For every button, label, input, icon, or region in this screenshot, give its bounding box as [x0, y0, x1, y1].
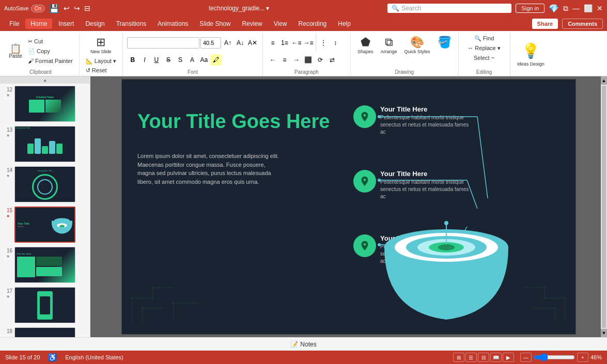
slide-thumb-13[interactable]: 13 ★ Infographic Title [0, 124, 90, 164]
slide-sorter-button[interactable]: ⊟ [478, 353, 489, 362]
undo-icon[interactable]: ↩ [64, 4, 70, 12]
shapes-button[interactable]: ⬟ Shapes [355, 34, 376, 56]
font-size-bigger[interactable]: Aa [198, 54, 210, 66]
slide-thumb-16[interactable]: 16 ★ Fun Fair Team [0, 245, 90, 285]
font-name-input[interactable] [127, 37, 199, 49]
menu-slideshow[interactable]: Slide Show [194, 19, 236, 29]
normal-view-button[interactable]: ⊞ [453, 353, 464, 362]
font-color-button[interactable]: A [186, 54, 198, 66]
menu-view[interactable]: View [269, 19, 292, 29]
font-size-input[interactable]: 40.5 [200, 37, 221, 49]
comments-button[interactable]: Comments [562, 19, 603, 29]
canvas-area[interactable]: ▲ ▼ [90, 76, 607, 337]
indent-decrease-button[interactable]: ←≡ [291, 37, 302, 49]
menu-transitions[interactable]: Transitions [111, 19, 151, 29]
numbered-list-button[interactable]: 1≡ [279, 37, 290, 49]
align-center-button[interactable]: ≡ [279, 54, 290, 66]
slideshow-button[interactable]: ▶ [503, 353, 514, 362]
menu-recording[interactable]: Recording [293, 19, 332, 29]
menu-home[interactable]: Home [25, 19, 52, 29]
slide-thumbnail-14[interactable]: Infographic Title [14, 166, 75, 202]
callout-2[interactable]: Your Title Here Pellentesque habitant mo… [353, 170, 471, 200]
scroll-up-arrow[interactable]: ▲ [601, 76, 607, 85]
menu-file[interactable]: File [4, 19, 24, 29]
find-button[interactable]: 🔍 Find [472, 34, 496, 43]
slide-thumbnail-16[interactable]: Fun Fair Team [14, 247, 75, 283]
slide-thumb-18[interactable]: 18 ★ Content [0, 325, 90, 337]
menu-animations[interactable]: Animations [152, 19, 193, 29]
close-icon[interactable]: ✕ [597, 4, 603, 12]
quick-styles-button[interactable]: 🎨 Quick Styles [402, 34, 433, 56]
strikethrough-button[interactable]: S [163, 54, 174, 66]
col-layout-button[interactable]: ⋮ [318, 37, 329, 49]
shadow-button[interactable]: S [175, 54, 186, 66]
slide-thumbnail-13[interactable]: Infographic Title [14, 126, 75, 162]
slide-thumb-14[interactable]: 14 ★ Infographic Title [0, 164, 90, 204]
slide-thumb-17[interactable]: 17 ★ [0, 285, 90, 325]
align-left-button[interactable]: ← [267, 54, 278, 66]
text-direction-button[interactable]: ⟳ [315, 54, 326, 66]
reset-button[interactable]: ↺ Reset [84, 66, 118, 75]
slide-thumbnail-17[interactable] [14, 287, 75, 323]
clear-format-button[interactable]: A✕ [247, 37, 258, 49]
underline-button[interactable]: U [151, 54, 162, 66]
select-button[interactable]: Select ~ [472, 54, 496, 62]
slide-thumb-15[interactable]: 15 ★ Your Title Section [0, 204, 90, 245]
slide-thumbnail-15[interactable]: Your Title Section [14, 207, 75, 243]
maximize-icon[interactable]: ⬜ [584, 4, 593, 12]
layout-button[interactable]: 📐 Layout ▾ [84, 57, 118, 66]
slide-thumbnail-12[interactable]: Creative Team [14, 86, 75, 122]
slide-title[interactable]: Your Title Goes Here [137, 110, 330, 133]
signin-button[interactable]: Sign in [516, 4, 544, 13]
zoom-level[interactable]: 46% [590, 354, 602, 360]
replace-button[interactable]: ↔ Replace ▾ [465, 44, 502, 53]
indent-increase-button[interactable]: →≡ [303, 37, 314, 49]
increase-font-button[interactable]: A↑ [222, 37, 234, 49]
callout-1[interactable]: Your Title Here Pellentesque habitant mo… [353, 105, 471, 136]
slide-canvas[interactable]: Your Title Goes Here Lorem ipsum dolor s… [121, 79, 576, 335]
menu-help[interactable]: Help [333, 19, 356, 29]
scroll-up-button[interactable]: ▲ [0, 76, 90, 84]
justify-button[interactable]: ⬛ [303, 54, 314, 66]
restore-icon[interactable]: ⧉ [563, 4, 568, 13]
vertical-scrollbar[interactable]: ▲ ▼ [601, 76, 607, 337]
accessibility-icon[interactable]: ♿ [48, 353, 57, 361]
cut-button[interactable]: ✂ Cut [26, 37, 75, 46]
align-right-button[interactable]: → [291, 54, 302, 66]
menu-design[interactable]: Design [80, 19, 110, 29]
new-slide-button[interactable]: ⊞ New Slide [88, 34, 114, 56]
convert-button[interactable]: ⇄ [326, 54, 338, 66]
scroll-down-arrow[interactable]: ▼ [601, 329, 607, 337]
slide-body[interactable]: Lorem ipsum dolor sit amet, consectetuer… [137, 152, 282, 186]
gem-icon[interactable]: 💎 [549, 4, 559, 13]
autosave-toggle[interactable]: On [31, 5, 45, 12]
customize-icon[interactable]: ⊟ [84, 4, 90, 12]
menu-review[interactable]: Review [237, 19, 267, 29]
scroll-thumb[interactable] [602, 86, 606, 328]
decrease-font-button[interactable]: A↓ [235, 37, 246, 49]
slide-thumb-12[interactable]: 12 ★ Creative Team [0, 84, 90, 124]
share-button[interactable]: Share [532, 19, 558, 29]
format-painter-button[interactable]: 🖌 Format Painter [26, 57, 75, 65]
save-icon[interactable]: 💾 [49, 4, 59, 13]
redo-icon[interactable]: ↪ [74, 4, 80, 12]
paste-button[interactable]: 📋 Paste [6, 38, 25, 64]
zoom-out-button[interactable]: — [520, 353, 532, 362]
slide-thumbnail-18[interactable]: Content [14, 327, 75, 337]
autosave-control[interactable]: AutoSave On [4, 5, 45, 12]
minimize-icon[interactable]: — [572, 4, 580, 12]
bold-button[interactable]: B [127, 54, 138, 66]
bullet-list-button[interactable]: ≡ [267, 37, 278, 49]
line-spacing-button[interactable]: ↕ [330, 37, 341, 49]
highlight-button[interactable]: 🖍 [210, 54, 222, 66]
zoom-slider[interactable] [534, 353, 575, 361]
reading-view-button[interactable]: 📖 [490, 353, 502, 362]
notes-bar[interactable]: 📝 Notes [0, 337, 607, 351]
outline-view-button[interactable]: ☰ [465, 353, 477, 362]
shape-fill-button[interactable]: 🪣 [435, 34, 454, 51]
menu-insert[interactable]: Insert [53, 19, 79, 29]
copy-button[interactable]: 📄 Copy [26, 47, 75, 56]
zoom-in-button[interactable]: + [577, 353, 588, 362]
italic-button[interactable]: I [139, 54, 150, 66]
arrange-button[interactable]: ⧉ Arrange [378, 34, 399, 56]
